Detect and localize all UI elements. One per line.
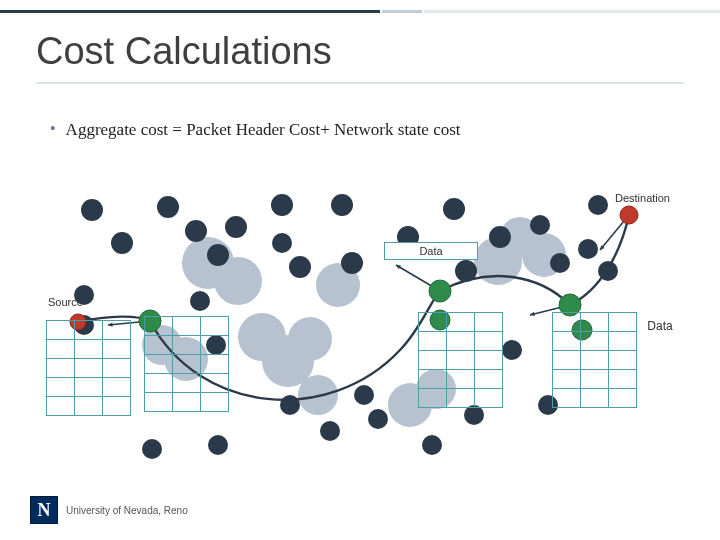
institution-logo: N University of Nevada, Reno: [30, 496, 188, 524]
svg-point-44: [190, 291, 210, 311]
svg-point-30: [331, 194, 353, 216]
svg-point-23: [111, 232, 133, 254]
svg-point-56: [429, 280, 451, 302]
svg-point-4: [500, 217, 540, 257]
svg-point-29: [272, 233, 292, 253]
svg-point-52: [142, 439, 162, 459]
svg-point-62: [620, 206, 638, 224]
svg-point-47: [320, 421, 340, 441]
svg-point-28: [271, 194, 293, 216]
routing-table-2: [144, 316, 229, 412]
svg-point-10: [288, 317, 332, 361]
destination-label: Destination: [615, 192, 670, 204]
svg-line-16: [396, 265, 440, 291]
svg-point-46: [280, 395, 300, 415]
svg-point-1: [214, 257, 262, 305]
svg-point-36: [489, 226, 511, 248]
source-label: Source: [48, 296, 83, 308]
svg-point-38: [550, 253, 570, 273]
svg-point-26: [207, 244, 229, 266]
svg-point-5: [522, 233, 566, 277]
svg-marker-17: [396, 265, 401, 269]
page-title: Cost Calculations: [36, 30, 332, 73]
svg-point-31: [289, 256, 311, 278]
svg-point-51: [464, 405, 484, 425]
svg-point-41: [588, 195, 608, 215]
title-underline: [36, 82, 684, 84]
svg-point-8: [238, 313, 286, 361]
svg-point-27: [225, 216, 247, 238]
data-packet-label-2: Data: [630, 318, 690, 336]
routing-table-4: [552, 312, 637, 408]
bullet-item: • Aggregate cost = Packet Header Cost+ N…: [50, 120, 461, 140]
bullet-dot-icon: •: [50, 120, 56, 138]
svg-point-22: [81, 199, 103, 221]
svg-point-39: [578, 239, 598, 259]
svg-point-25: [185, 220, 207, 242]
svg-point-50: [422, 435, 442, 455]
data-packet-label-1: Data: [384, 242, 478, 260]
routing-table-3: [418, 312, 503, 408]
svg-point-40: [598, 261, 618, 281]
svg-point-37: [530, 215, 550, 235]
slide-decorator-bar: [0, 8, 720, 16]
svg-point-0: [182, 237, 234, 289]
svg-point-54: [502, 340, 522, 360]
svg-point-11: [298, 375, 338, 415]
svg-point-32: [341, 252, 363, 274]
svg-marker-19: [530, 312, 535, 316]
svg-point-49: [368, 409, 388, 429]
svg-point-35: [455, 260, 477, 282]
svg-point-9: [262, 335, 314, 387]
routing-table-1: [46, 320, 131, 416]
logo-crest-icon: N: [30, 496, 58, 524]
logo-text: University of Nevada, Reno: [66, 505, 188, 516]
svg-point-3: [474, 237, 522, 285]
svg-point-2: [316, 263, 360, 307]
svg-marker-21: [600, 245, 605, 250]
svg-point-53: [208, 435, 228, 455]
svg-point-34: [443, 198, 465, 220]
svg-point-24: [157, 196, 179, 218]
svg-line-20: [600, 215, 629, 250]
svg-point-48: [354, 385, 374, 405]
bullet-text: Aggregate cost = Packet Header Cost+ Net…: [66, 120, 461, 140]
